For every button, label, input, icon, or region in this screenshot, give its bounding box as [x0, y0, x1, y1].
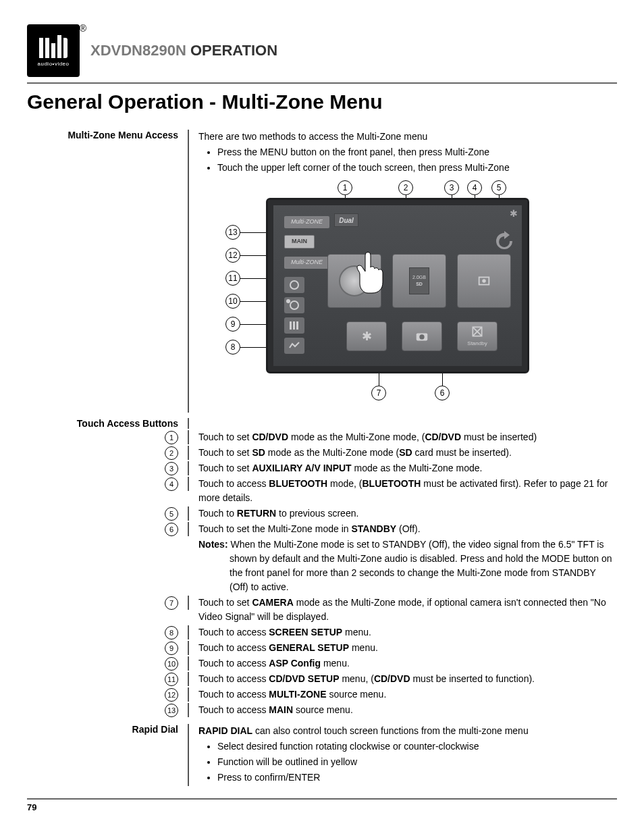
touch-item-row: 10Touch to access ASP Config menu. — [27, 656, 617, 671]
touch-item-row: 4Touch to access BLUETOOTH mode, (BLUETO… — [27, 477, 617, 505]
callout-7: 7 — [371, 386, 386, 400]
divider — [27, 82, 617, 84]
bluetooth-cell-icon: ✱ — [346, 321, 387, 351]
callout-6: 6 — [435, 386, 450, 400]
callout-8: 8 — [225, 340, 240, 355]
callout-number: 3 — [165, 462, 178, 475]
access-body: There are two methods to access the Mult… — [189, 130, 617, 413]
touch-item-row: 1Touch to set CD/DVD mode as the Multi-Z… — [27, 430, 617, 444]
svg-rect-7 — [290, 321, 292, 330]
touch-item-desc: Touch to set SD mode as the Multi-Zone m… — [189, 446, 617, 460]
touch-item-row: 6Touch to set the Multi-Zone mode in STA… — [27, 522, 617, 536]
touch-item-row: 3Touch to set AUXILIARY A/V INPUT mode a… — [27, 461, 617, 475]
header-title: OPERATION — [190, 42, 277, 59]
callout-number: 11 — [165, 673, 178, 686]
brand-logo: audio•video — [27, 24, 80, 77]
touch-item-desc: Touch to access SCREEN SETUP menu. — [189, 625, 617, 640]
callout-number: 9 — [165, 642, 178, 655]
touch-label: Touch Access Buttons — [77, 418, 178, 429]
svg-rect-9 — [296, 321, 298, 330]
model-number: XDVDN8290N — [90, 42, 186, 59]
touch-item-desc: Touch to access ASP Config menu. — [189, 656, 617, 671]
touch-item-desc: Touch to set CD/DVD mode as the Multi-Zo… — [189, 430, 617, 444]
touch-item-row: 13Touch to access MAIN source menu. — [27, 703, 617, 717]
callout-3: 3 — [444, 180, 459, 195]
callout-13: 13 — [225, 225, 240, 240]
logo-subtext: audio•video — [38, 61, 70, 67]
product-title: XDVDN8290N OPERATION — [90, 42, 277, 59]
callout-number: 13 — [165, 704, 178, 717]
tab-multizone-header: Multi-ZONE — [284, 216, 329, 228]
rapid-bullet: Function will be outlined in yellow — [217, 755, 617, 769]
touch-item-desc: Touch to access CD/DVD SETUP menu, (CD/D… — [189, 672, 617, 686]
tab-multizone: Multi-ZONE — [284, 257, 329, 269]
svg-point-3 — [419, 334, 424, 339]
callout-number: 12 — [165, 688, 178, 702]
callout-5: 5 — [491, 180, 506, 195]
touch-item-row: 9Touch to access GENERAL SETUP menu. — [27, 641, 617, 655]
callout-number: 2 — [165, 446, 178, 460]
screen-diagram: 1 2 3 4 5 13 12 11 10 9 8 7 6 — [225, 184, 543, 400]
access-intro: There are two methods to access the Mult… — [198, 130, 617, 144]
touch-access-section: Touch Access Buttons 1Touch to set CD/DV… — [27, 418, 617, 717]
notes-block: Notes: When the Multi-Zone mode is set t… — [189, 538, 617, 594]
aux-icon — [457, 254, 511, 308]
registered-icon: ® — [80, 23, 86, 34]
touch-item-row: 7Touch to set CAMERA mode as the Multi-Z… — [27, 596, 617, 624]
touch-item-row: 12Touch to access MULTI-ZONE source menu… — [27, 687, 617, 702]
touchscreen-mock: ✱ Multi-ZONE Dual MAIN Multi-ZONE 2.0GB — [266, 198, 529, 373]
callout-number: 4 — [165, 477, 178, 491]
touch-item-desc: Touch to access GENERAL SETUP menu. — [189, 641, 617, 655]
hand-pointer-icon — [352, 249, 392, 296]
callout-number: 8 — [165, 626, 178, 640]
page-header: audio•video ® XDVDN8290N OPERATION — [27, 24, 617, 77]
section-rapid-dial: Rapid Dial RAPID DIAL can also control t… — [27, 724, 617, 786]
touch-item-row: 2Touch to set SD mode as the Multi-Zone … — [27, 446, 617, 460]
callout-11: 11 — [225, 271, 240, 286]
touch-item-desc: Touch to access MAIN source menu. — [189, 703, 617, 717]
touch-item-row: 5Touch to RETURN to previous screen. — [27, 506, 617, 521]
screen-setup-icon — [284, 338, 304, 354]
callout-4: 4 — [467, 180, 482, 195]
brand-small-icon: Dual — [339, 215, 354, 226]
callout-10: 10 — [225, 294, 240, 309]
standby-icon: Standby — [457, 321, 498, 351]
rapid-bullet: Press to confirm/ENTER — [217, 771, 617, 785]
callout-12: 12 — [225, 248, 240, 263]
section-access: Multi-Zone Menu Access There are two met… — [27, 130, 617, 413]
callout-2: 2 — [398, 180, 413, 195]
page-title: General Operation - Multi-Zone Menu — [27, 90, 617, 113]
rapid-label: Rapid Dial — [27, 724, 189, 786]
page-number: 79 — [27, 798, 617, 812]
touch-item-desc: Touch to RETURN to previous screen. — [189, 506, 617, 521]
callout-9: 9 — [225, 317, 240, 332]
touch-item-desc: Touch to access MULTI-ZONE source menu. — [189, 687, 617, 702]
bluetooth-icon: ✱ — [510, 207, 518, 221]
touch-item-desc: Touch to set AUXILIARY A/V INPUT mode as… — [189, 461, 617, 475]
touch-item-desc: Touch to set CAMERA mode as the Multi-Zo… — [189, 596, 617, 624]
callout-number: 10 — [165, 657, 178, 671]
touch-item-row: 11Touch to access CD/DVD SETUP menu, (CD… — [27, 672, 617, 686]
rapid-body: RAPID DIAL can also control touch screen… — [189, 724, 617, 786]
touch-item-row: 8Touch to access SCREEN SETUP menu. — [27, 625, 617, 640]
callout-number: 5 — [165, 507, 178, 521]
general-setup-icon — [284, 317, 304, 334]
return-icon — [492, 231, 516, 251]
sd-icon: 2.0GB SD — [392, 254, 446, 308]
tab-main: MAIN — [284, 235, 315, 249]
touch-item-desc: Touch to access BLUETOOTH mode, (BLUETOO… — [189, 477, 617, 505]
callout-number: 6 — [165, 523, 178, 536]
callout-1: 1 — [338, 180, 352, 195]
dvd-setup-icon — [284, 277, 304, 293]
rapid-bullet: Select desired function rotating clockwi… — [217, 739, 617, 754]
svg-point-1 — [482, 279, 486, 283]
callout-number: 7 — [165, 596, 178, 610]
touch-item-desc: Touch to set the Multi-Zone mode in STAN… — [189, 522, 617, 536]
callout-number: 1 — [165, 431, 178, 444]
asp-config-icon — [284, 297, 304, 313]
camera-icon — [402, 321, 442, 351]
svg-rect-8 — [293, 321, 295, 330]
access-bullet: Press the MENU button on the front panel… — [217, 145, 617, 159]
access-label: Multi-Zone Menu Access — [27, 130, 189, 413]
access-bullet: Touch the upper left corner of the touch… — [217, 161, 617, 175]
